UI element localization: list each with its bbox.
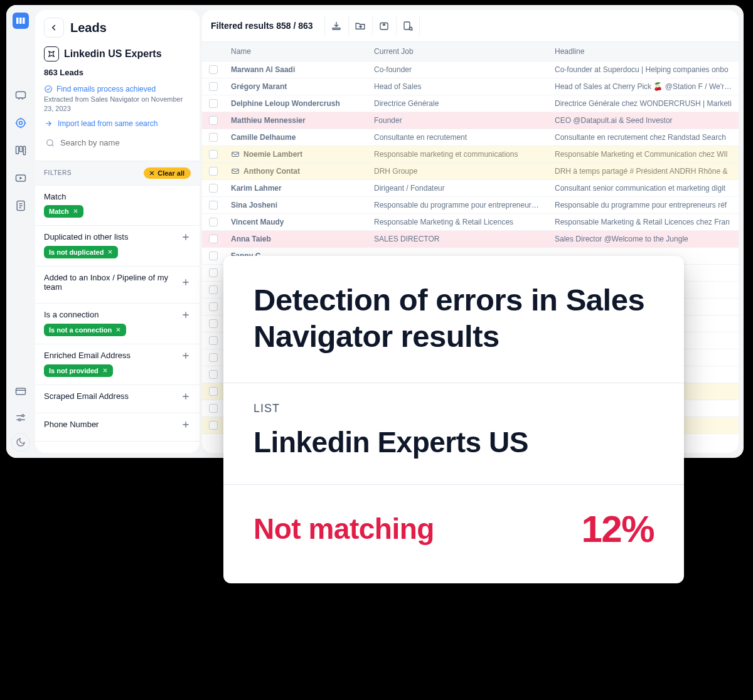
plus-icon[interactable] [181,277,191,287]
filter-head[interactable]: Phone Number [44,420,191,430]
row-checkbox[interactable] [209,116,218,125]
filter-head[interactable]: Duplicated in other lists [44,232,191,242]
filter-title: Scraped Email Address [44,391,129,401]
row-checkbox[interactable] [209,184,218,193]
kanban-icon[interactable] [9,139,32,162]
envelope-icon [231,167,240,176]
target-icon[interactable] [9,112,32,134]
svg-rect-7 [19,146,22,151]
plus-icon[interactable] [181,391,191,401]
filter-head[interactable]: Match [44,192,191,201]
table-row[interactable]: Grégory MarantHead of SalesHead of Sales… [202,78,739,95]
filter-group: Duplicated in other listsIs not duplicat… [35,226,200,267]
row-headline: Directrice Générale chez WONDERCRUSH | M… [548,95,739,112]
table-row[interactable]: Matthieu MennessierFounderCEO @Datapult.… [202,112,739,129]
svg-rect-21 [232,169,239,174]
row-checkbox[interactable] [209,201,218,209]
status-link[interactable]: Find emails process achieved [44,85,191,93]
filter-chip[interactable]: Is not provided [44,364,113,377]
chip-remove-icon[interactable] [102,368,108,373]
search-row [44,134,191,152]
row-checkbox[interactable] [209,65,218,74]
table-header: Name Current Job Headline [202,42,739,61]
row-checkbox[interactable] [209,268,218,277]
row-checkbox[interactable] [209,404,218,413]
table-row[interactable]: Noemie LambertResponsable marketing et c… [202,146,739,163]
table-row[interactable]: Sina JosheniResponsable du programme pou… [202,197,739,214]
svg-rect-2 [23,18,25,24]
table-row[interactable]: Anthony ContatDRH GroupeDRH à temps part… [202,163,739,180]
export-folder-icon[interactable] [348,16,372,35]
enrich-icon[interactable] [396,16,420,35]
row-checkbox[interactable] [209,353,218,362]
table-row[interactable]: Delphine Leloup WondercrushDirectrice Gé… [202,95,739,112]
row-checkbox[interactable] [209,285,218,294]
chip-remove-icon[interactable] [107,249,113,255]
plus-icon[interactable] [181,351,191,361]
plus-icon[interactable] [181,310,191,320]
svg-point-5 [19,122,23,125]
row-checkbox[interactable] [209,336,218,345]
row-checkbox[interactable] [209,319,218,328]
row-headline: Consultante en recrutement chez Randstad… [548,129,739,146]
credit-card-icon[interactable] [9,380,32,403]
table-row[interactable]: Karim LahmerDirigeant / FondateurConsult… [202,180,739,197]
filter-head[interactable]: Enriched Email Address [44,351,191,361]
table-row[interactable]: Camille DelhaumeConsultante en recruteme… [202,129,739,146]
row-checkbox[interactable] [209,235,218,243]
row-checkbox[interactable] [209,82,218,91]
row-headline: Head of Sales at Cherry Pick 🍒 @Station … [548,78,739,95]
col-headline[interactable]: Headline [548,42,739,61]
download-icon[interactable] [324,16,348,35]
row-checkbox[interactable] [209,387,218,396]
row-checkbox[interactable] [209,252,218,260]
document-icon[interactable] [9,194,32,217]
moon-icon[interactable] [11,433,30,452]
filter-chip-label: Is not provided [49,367,99,374]
table-row[interactable]: Vincent MaudyResponsable Marketing & Ret… [202,214,739,231]
row-checkbox[interactable] [209,218,218,226]
plus-icon[interactable] [181,420,191,430]
row-checkbox[interactable] [209,302,218,311]
search-input[interactable] [60,138,190,147]
table-row[interactable]: Anna TaiebSALES DIRECTORSales Director @… [202,231,739,248]
filter-chip[interactable]: Is not duplicated [44,246,118,258]
filter-head[interactable]: Scraped Email Address [44,391,191,401]
back-button[interactable] [44,18,64,38]
clear-all-button[interactable]: Clear all [144,167,191,179]
chip-remove-icon[interactable] [73,208,78,214]
filter-chip[interactable]: Is not a connection [44,324,126,336]
filter-head[interactable]: Added to an Inbox / Pipeline of my team [44,273,191,292]
chat-icon[interactable] [9,84,32,107]
overlay-title: Detection of errors in Sales Navigator r… [254,282,654,355]
inbox-icon[interactable] [372,16,396,35]
envelope-icon [231,150,240,159]
row-checkbox[interactable] [209,167,218,176]
sliders-icon[interactable] [9,406,32,429]
row-checkbox[interactable] [209,133,218,142]
table-row[interactable]: Marwann Al SaadiCo-founderCo-founder at … [202,61,739,78]
chip-remove-icon[interactable] [115,327,121,332]
row-checkbox[interactable] [209,421,218,430]
row-job: DRH Groupe [368,163,548,179]
filter-chip[interactable]: Match [44,205,83,218]
video-icon[interactable] [9,167,32,189]
app-logo[interactable] [13,13,29,29]
svg-rect-6 [16,146,19,154]
col-job[interactable]: Current Job [368,42,548,61]
filters-label: FILTERS [44,169,72,176]
row-checkbox[interactable] [209,370,218,379]
svg-rect-20 [232,152,239,157]
row-checkbox[interactable] [209,150,218,159]
clear-all-label: Clear all [158,169,184,177]
filter-title: Match [44,192,66,201]
row-headline: Sales Director @Welcome to the Jungle [548,231,739,247]
col-name[interactable]: Name [225,42,368,61]
svg-point-13 [19,419,21,421]
filter-head[interactable]: Is a connection [44,310,191,320]
svg-point-12 [22,415,24,416]
import-link[interactable]: Import lead from same search [44,119,191,128]
row-headline: Responsable du programme pour entreprene… [548,197,739,213]
plus-icon[interactable] [181,232,191,242]
row-checkbox[interactable] [209,99,218,108]
